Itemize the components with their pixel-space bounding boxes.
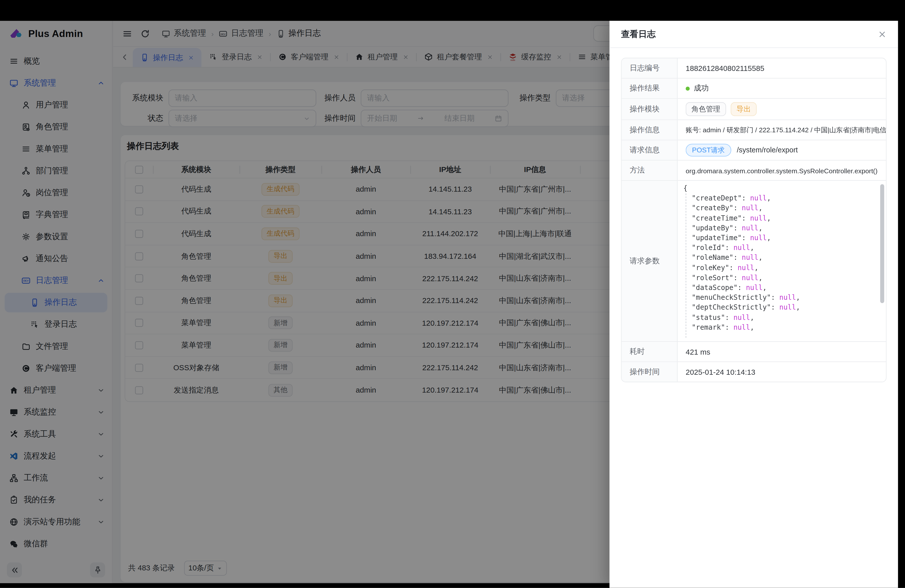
desc-value-text: 1882612840802115585	[686, 64, 764, 72]
desc-value-text: 421 ms	[686, 347, 710, 356]
desc-label: 请求参数	[622, 181, 678, 341]
desc-value: 1882612840802115585	[678, 58, 886, 78]
request-params-json: { "createDept": null, "createBy": null, …	[678, 181, 806, 333]
desc-label: 耗时	[622, 342, 678, 361]
request-url: /system/role/export	[737, 146, 798, 154]
module-tag-0: 角色管理	[686, 102, 726, 116]
desc-label: 请求信息	[622, 140, 678, 160]
module-tag-1: 导出	[731, 102, 757, 116]
desc-row-操作时间: 操作时间2025-01-24 10:14:13	[622, 362, 886, 382]
window-right-edge	[898, 0, 905, 588]
desc-label: 日志编号	[622, 58, 678, 78]
desc-row-日志编号: 日志编号1882612840802115585	[622, 58, 886, 78]
drawer-body: 日志编号1882612840802115585操作结果成功操作模块角色管理导出操…	[610, 48, 898, 588]
log-detail-drawer: 查看日志 日志编号1882612840802115585操作结果成功操作模块角色…	[610, 21, 898, 588]
desc-row-耗时: 耗时421 ms	[622, 342, 886, 362]
desc-value: 账号: admin / 研发部门 / 222.175.114.242 / 中国|…	[678, 120, 886, 140]
status-text: 成功	[694, 83, 709, 94]
request-params-cell: { "createDept": null, "createBy": null, …	[678, 181, 886, 341]
desc-row-操作结果: 操作结果成功	[622, 78, 886, 99]
desc-label: 操作模块	[622, 99, 678, 120]
desc-row-操作模块: 操作模块角色管理导出	[622, 99, 886, 120]
desc-value-text: org.dromara.system.controller.system.Sys…	[686, 167, 878, 174]
desc-value-text: 2025-01-24 10:14:13	[686, 367, 756, 376]
json-scrollbar-thumb[interactable]	[880, 184, 884, 303]
desc-value: 421 ms	[678, 342, 886, 361]
post-method-tag: POST请求	[686, 144, 731, 157]
drawer-title: 查看日志	[621, 29, 656, 40]
log-descriptions: 日志编号1882612840802115585操作结果成功操作模块角色管理导出操…	[621, 58, 886, 382]
desc-row-操作信息: 操作信息账号: admin / 研发部门 / 222.175.114.242 /…	[622, 120, 886, 140]
desc-label: 操作结果	[622, 78, 678, 98]
status-cell: 成功	[678, 78, 886, 98]
screen: Plus Admin 概览系统管理用户管理角色管理菜单管理部门管理岗位管理字典管…	[0, 0, 905, 588]
desc-value-text: 账号: admin / 研发部门 / 222.175.114.242 / 中国|…	[686, 126, 886, 134]
success-dot-icon	[686, 86, 690, 90]
desc-row-方法: 方法org.dromara.system.controller.system.S…	[622, 161, 886, 181]
request-info-cell: POST请求/system/role/export	[678, 140, 886, 160]
desc-row-请求参数: 请求参数{ "createDept": null, "createBy": nu…	[622, 181, 886, 342]
desc-label: 操作时间	[622, 362, 678, 382]
close-icon[interactable]	[878, 30, 886, 38]
desc-label: 操作信息	[622, 120, 678, 140]
desc-value: org.dromara.system.controller.system.Sys…	[678, 161, 886, 180]
module-tags-cell: 角色管理导出	[678, 99, 886, 120]
desc-label: 方法	[622, 161, 678, 180]
desc-row-请求信息: 请求信息POST请求/system/role/export	[622, 140, 886, 161]
drawer-header: 查看日志	[610, 21, 898, 48]
desc-value: 2025-01-24 10:14:13	[678, 362, 886, 382]
